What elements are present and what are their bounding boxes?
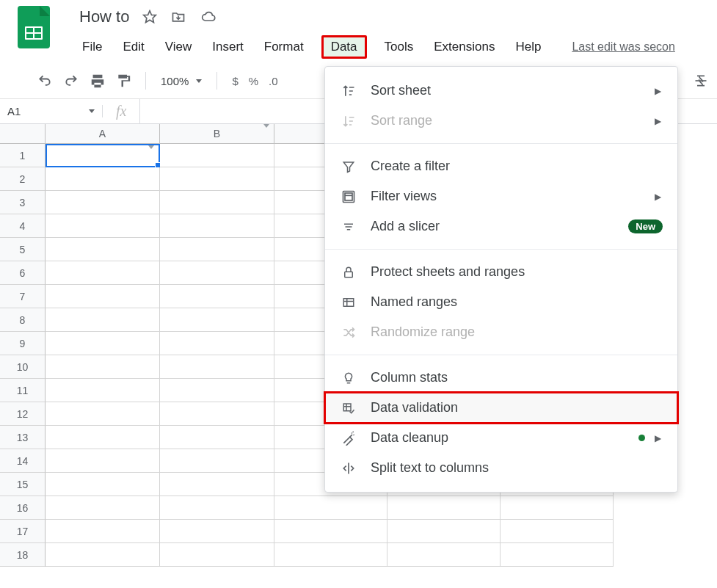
menu-item-filter-views[interactable]: Filter views ▶ <box>325 181 677 211</box>
cell-E17[interactable] <box>501 520 614 543</box>
cell-B3[interactable] <box>160 191 274 214</box>
row-header-11[interactable]: 11 <box>0 379 46 402</box>
select-all-corner[interactable] <box>0 124 46 144</box>
row-header-2[interactable]: 2 <box>0 167 46 191</box>
print-icon[interactable] <box>90 73 106 89</box>
zoom-select[interactable]: 100% <box>161 75 202 87</box>
row-header-4[interactable]: 4 <box>0 214 46 238</box>
column-header-A[interactable]: A <box>46 124 160 144</box>
cell-A6[interactable] <box>46 261 160 285</box>
cell-A14[interactable] <box>46 449 160 473</box>
strikethrough-icon[interactable] <box>694 73 708 88</box>
cell-B11[interactable] <box>160 379 274 402</box>
undo-icon[interactable] <box>37 73 53 88</box>
cell-A8[interactable] <box>46 308 160 332</box>
cell-D16[interactable] <box>387 496 501 520</box>
cell-dropdown-icon[interactable] <box>148 149 154 161</box>
menu-item-add-a-slicer[interactable]: Add a slicer New <box>325 211 677 242</box>
menu-item-column-stats[interactable]: Column stats <box>325 363 677 393</box>
cell-B17[interactable] <box>160 520 274 543</box>
menu-item-create-a-filter[interactable]: Create a filter <box>325 151 677 181</box>
cell-A2[interactable] <box>46 167 160 191</box>
cell-A5[interactable] <box>46 238 160 261</box>
cell-B18[interactable] <box>160 543 274 567</box>
menu-tools[interactable]: Tools <box>382 37 417 57</box>
cell-B6[interactable] <box>160 261 274 285</box>
row-header-6[interactable]: 6 <box>0 261 46 285</box>
menu-insert[interactable]: Insert <box>209 37 247 57</box>
cell-B13[interactable] <box>160 426 274 449</box>
cell-A11[interactable] <box>46 379 160 402</box>
menu-help[interactable]: Help <box>512 37 544 57</box>
cell-B2[interactable] <box>160 167 274 191</box>
cell-B10[interactable] <box>160 355 274 379</box>
format-percent[interactable]: % <box>249 75 258 87</box>
menu-view[interactable]: View <box>162 37 195 57</box>
cell-A7[interactable] <box>46 285 160 308</box>
row-header-9[interactable]: 9 <box>0 332 46 355</box>
cell-A13[interactable] <box>46 426 160 449</box>
menu-edit[interactable]: Edit <box>120 37 147 57</box>
cell-A16[interactable] <box>46 496 160 520</box>
menu-item-named-ranges[interactable]: Named ranges <box>325 287 677 317</box>
format-currency[interactable]: $ <box>232 75 238 87</box>
menu-item-data-cleanup[interactable]: Data cleanup ▶ <box>325 423 677 453</box>
row-header-18[interactable]: 18 <box>0 543 46 567</box>
row-header-16[interactable]: 16 <box>0 496 46 520</box>
menu-format[interactable]: Format <box>261 37 307 57</box>
row-header-17[interactable]: 17 <box>0 520 46 543</box>
cell-B9[interactable] <box>160 332 274 355</box>
cell-C16[interactable] <box>274 496 387 520</box>
decrease-decimal[interactable]: .0 <box>269 75 278 87</box>
cell-C18[interactable] <box>274 543 387 567</box>
cell-A3[interactable] <box>46 191 160 214</box>
cell-A9[interactable] <box>46 332 160 355</box>
cell-B4[interactable] <box>160 214 274 238</box>
paint-format-icon[interactable] <box>116 73 131 89</box>
menu-item-data-validation[interactable]: Data validation <box>325 393 677 423</box>
cell-D18[interactable] <box>387 543 501 567</box>
cell-A15[interactable] <box>46 473 160 496</box>
cell-B12[interactable] <box>160 402 274 426</box>
cloud-status-icon[interactable] <box>200 10 217 24</box>
menu-item-protect-sheets-and-ranges[interactable]: Protect sheets and ranges <box>325 257 677 287</box>
row-header-5[interactable]: 5 <box>0 238 46 261</box>
cell-B15[interactable] <box>160 473 274 496</box>
row-header-12[interactable]: 12 <box>0 402 46 426</box>
cell-E16[interactable] <box>501 496 614 520</box>
cell-B1[interactable] <box>160 144 274 167</box>
row-header-10[interactable]: 10 <box>0 355 46 379</box>
menu-item-split-text-to-columns[interactable]: Split text to columns <box>325 453 677 483</box>
menu-data[interactable]: Data <box>321 35 367 59</box>
row-header-13[interactable]: 13 <box>0 426 46 449</box>
cell-B8[interactable] <box>160 308 274 332</box>
redo-icon[interactable] <box>63 73 79 88</box>
name-box[interactable]: A1 <box>0 105 103 117</box>
cell-B14[interactable] <box>160 449 274 473</box>
last-edit-link[interactable]: Last edit was secon <box>572 40 675 54</box>
cell-B5[interactable] <box>160 238 274 261</box>
cell-A12[interactable] <box>46 402 160 426</box>
cell-A4[interactable] <box>46 214 160 238</box>
sheets-logo[interactable] <box>18 6 50 48</box>
row-header-8[interactable]: 8 <box>0 308 46 332</box>
column-header-B[interactable]: B <box>160 124 274 144</box>
menu-extensions[interactable]: Extensions <box>431 37 498 57</box>
cell-A10[interactable] <box>46 355 160 379</box>
menu-file[interactable]: File <box>79 37 105 57</box>
row-header-15[interactable]: 15 <box>0 473 46 496</box>
row-header-14[interactable]: 14 <box>0 449 46 473</box>
cell-A17[interactable] <box>46 520 160 543</box>
cell-C17[interactable] <box>274 520 387 543</box>
cell-B7[interactable] <box>160 285 274 308</box>
row-header-1[interactable]: 1 <box>0 144 46 167</box>
cell-A18[interactable] <box>46 543 160 567</box>
menu-item-sort-sheet[interactable]: Sort sheet ▶ <box>325 76 677 106</box>
star-icon[interactable] <box>142 10 157 24</box>
doc-title[interactable]: How to <box>79 7 129 26</box>
row-header-3[interactable]: 3 <box>0 191 46 214</box>
move-to-folder-icon[interactable] <box>170 10 186 24</box>
cell-B16[interactable] <box>160 496 274 520</box>
cell-D17[interactable] <box>387 520 501 543</box>
row-header-7[interactable]: 7 <box>0 285 46 308</box>
